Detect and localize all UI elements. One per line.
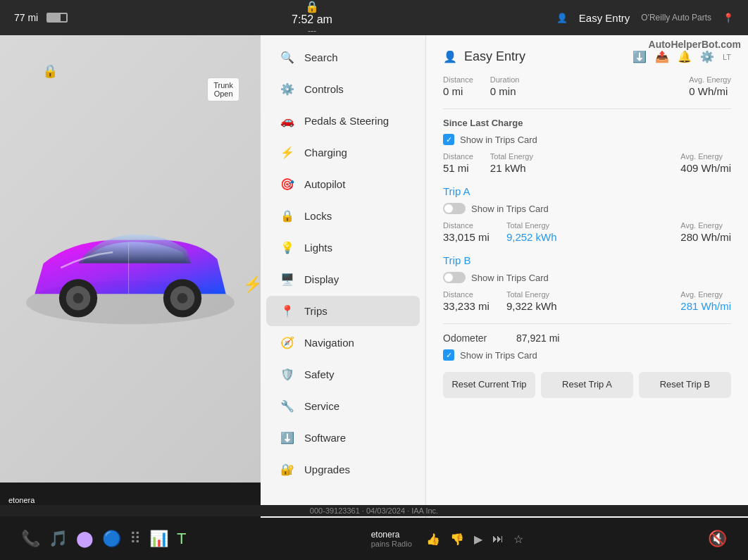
sidebar-item-search[interactable]: 🔍 Search xyxy=(266,42,420,73)
sidebar-label-software: Software xyxy=(304,432,346,444)
ta-total-energy: Total Energy 9,252 kWh xyxy=(506,221,557,243)
odometer-show-row[interactable]: ✓ Show in Trips Card xyxy=(443,349,731,361)
since-last-charge-show-label: Show in Trips Card xyxy=(460,135,537,145)
taskbar-music: etonera pains Radio 👍 👎 ▶ ⏭ ☆ xyxy=(371,530,523,548)
main-content: 🔒 Trunk Open xyxy=(0,35,748,518)
apps-icon[interactable]: ⠿ xyxy=(130,530,141,548)
skip-forward-icon[interactable]: ⏭ xyxy=(492,533,504,545)
tesla-t-icon[interactable]: T xyxy=(177,530,186,548)
odometer-checkbox[interactable]: ✓ xyxy=(443,349,454,361)
sidebar-label-display: Display xyxy=(304,273,339,285)
taskbar: 📞 🎵 ⬤ 🔵 ⠿ 📊 T etonera pains Radio 👍 👎 ▶ … xyxy=(0,518,748,560)
reset-current-trip-button[interactable]: Reset Current Trip xyxy=(443,372,535,398)
ta-total-energy-value: 9,252 kWh xyxy=(506,231,557,243)
status-center: 🔒 7:52 am --- xyxy=(292,0,332,36)
trip-a-show-row[interactable]: Show in Trips Card xyxy=(443,203,731,214)
trip-b-toggle-knob xyxy=(444,273,453,282)
trip-b-toggle[interactable] xyxy=(443,272,466,283)
sidebar-item-autopilot[interactable]: 🎯 Autopilot xyxy=(266,169,420,199)
tb-avg-energy: Avg. Energy 281 Wh/mi xyxy=(680,290,731,312)
svg-text:⚡: ⚡ xyxy=(243,275,261,294)
sidebar-label-autopilot: Autopilot xyxy=(304,178,345,190)
tb-avg-energy-label: Avg. Energy xyxy=(680,290,731,299)
ta-avg-energy-value: 280 Wh/mi xyxy=(680,231,731,243)
svg-point-3 xyxy=(73,293,84,304)
sidebar-item-charging[interactable]: ⚡ Charging xyxy=(266,137,420,168)
star-icon[interactable]: ☆ xyxy=(513,533,523,546)
avg-energy-label: Avg. Energy xyxy=(689,75,731,84)
mileage-display: 77 mi xyxy=(14,12,38,23)
slc-total-energy: Total Energy 21 kWh xyxy=(490,152,533,174)
sidebar-label-lights: Lights xyxy=(304,242,332,254)
lights-icon: 💡 xyxy=(280,241,294,254)
odometer-value: 87,921 mi xyxy=(516,332,559,344)
trip-b-stats: Distance 33,233 mi Total Energy 9,322 kW… xyxy=(443,290,731,312)
siri-icon[interactable]: ⬤ xyxy=(76,530,94,548)
search-icon: 🔍 xyxy=(280,51,294,64)
sidebar-item-safety[interactable]: 🛡️ Safety xyxy=(266,359,420,390)
duration-value: 0 min xyxy=(490,85,520,97)
music-bars-icon[interactable]: 📊 xyxy=(149,530,168,548)
status-bar: 77 mi 🔒 7:52 am --- 👤 Easy Entry O'Reill… xyxy=(0,0,748,35)
sidebar-item-pedals[interactable]: 🚗 Pedals & Steering xyxy=(266,106,420,136)
software-icon: ⬇️ xyxy=(280,431,294,444)
download-icon: ⬇️ xyxy=(632,50,647,63)
spotify-icon[interactable]: 🎵 xyxy=(49,530,68,548)
since-last-charge-show-row[interactable]: ✓ Show in Trips Card xyxy=(443,134,731,145)
sidebar-item-lights[interactable]: 💡 Lights xyxy=(266,232,420,263)
odometer-row: Odometer 87,921 mi xyxy=(443,332,731,344)
duration-label: Duration xyxy=(490,75,520,84)
since-last-charge-stats: Distance 51 mi Total Energy 21 kWh Avg. … xyxy=(443,152,731,174)
bottom-info-bar: 000-39123361 · 04/03/2024 · IAA Inc. xyxy=(0,505,748,516)
settings-icon: ⚙️ xyxy=(700,50,714,63)
sidebar-item-trips[interactable]: 📍 Trips xyxy=(266,296,420,326)
thumbs-down-icon[interactable]: 👎 xyxy=(450,533,464,546)
divider-1 xyxy=(443,108,731,109)
phone-icon[interactable]: 📞 xyxy=(21,530,40,548)
status-right: 👤 Easy Entry O'Reilly Auto Parts 📍 xyxy=(556,12,734,24)
trip-a-title: Trip A xyxy=(443,185,731,197)
reset-trip-b-button[interactable]: Reset Trip B xyxy=(639,372,731,398)
bluetooth-icon[interactable]: 🔵 xyxy=(102,530,121,548)
sidebar-item-navigation[interactable]: 🧭 Navigation xyxy=(266,328,420,358)
since-last-charge-checkbox[interactable]: ✓ xyxy=(443,134,454,145)
panel-title: Easy Entry xyxy=(464,49,525,64)
trips-icon: 📍 xyxy=(280,304,294,318)
sidebar-item-locks[interactable]: 🔒 Locks xyxy=(266,201,420,231)
tb-total-energy: Total Energy 9,322 kWh xyxy=(506,290,557,312)
tb-total-energy-value: 9,322 kWh xyxy=(506,300,557,312)
slc-distance-label: Distance xyxy=(443,152,473,161)
sidebar-item-controls[interactable]: ⚙️ Controls xyxy=(266,74,420,104)
music-info: etonera pains Radio xyxy=(371,530,412,548)
trunk-label: Trunk Open xyxy=(207,77,239,101)
sidebar-item-service[interactable]: 🔧 Service xyxy=(266,391,420,421)
slc-avg-energy-value: 409 Wh/mi xyxy=(680,162,731,174)
avg-energy-value: 0 Wh/mi xyxy=(689,85,731,97)
trip-b-title: Trip B xyxy=(443,254,731,266)
slc-distance: Distance 51 mi xyxy=(443,152,473,174)
upgrades-icon: 🔐 xyxy=(280,463,294,476)
stat-avg-energy: Avg. Energy 0 Wh/mi xyxy=(689,75,731,97)
volume-mute-icon[interactable]: 🔇 xyxy=(708,530,727,548)
panel-title-icon: 👤 xyxy=(443,50,457,63)
tb-avg-energy-value: 281 Wh/mi xyxy=(680,300,731,312)
car-area: 🔒 Trunk Open xyxy=(0,35,261,518)
sidebar-label-navigation: Navigation xyxy=(304,337,354,349)
trip-a-toggle-knob xyxy=(444,204,453,213)
trip-a-show-label: Show in Trips Card xyxy=(471,204,549,214)
navigation-icon: 🧭 xyxy=(280,336,294,349)
sidebar-item-upgrades[interactable]: 🔐 Upgrades xyxy=(266,454,420,485)
thumbs-up-icon[interactable]: 👍 xyxy=(426,533,440,546)
play-icon[interactable]: ▶ xyxy=(474,533,482,546)
ta-total-energy-label: Total Energy xyxy=(506,221,557,230)
reset-trip-a-button[interactable]: Reset Trip A xyxy=(541,372,633,398)
lock-icon: 🔒 xyxy=(305,0,319,13)
stat-duration: Duration 0 min xyxy=(490,75,520,97)
share-icon: 📤 xyxy=(655,50,669,63)
sidebar-item-software[interactable]: ⬇️ Software xyxy=(266,423,420,453)
charging-icon: ⚡ xyxy=(280,146,294,159)
trip-b-show-row[interactable]: Show in Trips Card xyxy=(443,272,731,283)
trip-a-toggle[interactable] xyxy=(443,203,466,214)
sidebar-item-display[interactable]: 🖥️ Display xyxy=(266,264,420,294)
tb-distance-label: Distance xyxy=(443,290,490,299)
